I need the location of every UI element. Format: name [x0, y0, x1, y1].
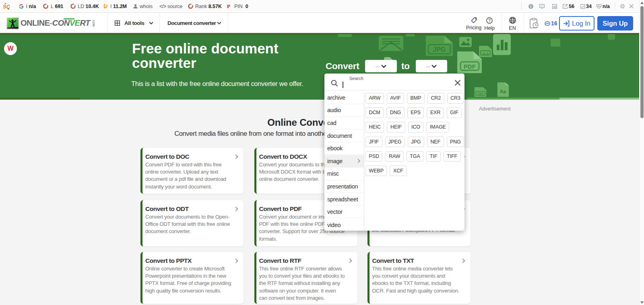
svg-text:XLS: XLS: [482, 52, 489, 55]
svg-text:PDF: PDF: [464, 63, 476, 70]
svg-text:JPG: JPG: [433, 46, 446, 53]
svg-text:Aa: Aa: [500, 89, 506, 94]
svg-text:P: P: [227, 4, 230, 9]
svg-text:TIFF: TIFF: [478, 92, 483, 95]
svg-text:?: ?: [488, 18, 491, 23]
